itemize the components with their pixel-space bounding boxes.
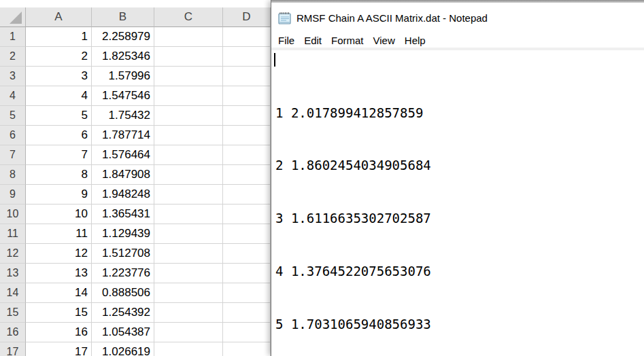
cell-d10[interactable] <box>223 204 271 224</box>
cell-b17[interactable]: 1.026619 <box>92 342 154 356</box>
cell-a1[interactable]: 1 <box>26 27 92 47</box>
cell-c13[interactable] <box>154 264 223 283</box>
cell-c16[interactable] <box>154 323 223 342</box>
row-header-5[interactable]: 5 <box>0 106 26 126</box>
cell-b10[interactable]: 1.365431 <box>92 204 154 224</box>
column-header-a[interactable]: A <box>26 7 92 27</box>
row-header-2[interactable]: 2 <box>0 47 26 67</box>
cell-c3[interactable] <box>154 67 223 86</box>
cell-c9[interactable] <box>154 185 223 204</box>
row-header-16[interactable]: 16 <box>0 323 26 342</box>
spreadsheet: A B C D 112.258979 221.825346 331.57996 … <box>0 0 286 356</box>
menu-file[interactable]: File <box>273 33 299 48</box>
cell-d1[interactable] <box>223 27 271 47</box>
cell-b1[interactable]: 2.258979 <box>92 27 154 47</box>
cell-b7[interactable]: 1.576464 <box>92 145 154 165</box>
notepad-titlebar[interactable]: RMSF Chain A ASCII Matrix.dat - Notepad <box>271 3 644 33</box>
column-header-d[interactable]: D <box>223 7 271 27</box>
row-header-4[interactable]: 4 <box>0 86 26 106</box>
cell-c11[interactable] <box>154 224 223 244</box>
cell-c7[interactable] <box>154 145 223 165</box>
sheet-row: 11111.129439 <box>0 224 286 244</box>
row-header-13[interactable]: 13 <box>0 264 26 283</box>
cell-a16[interactable]: 16 <box>26 323 92 342</box>
cell-a12[interactable]: 12 <box>26 244 92 264</box>
cell-d9[interactable] <box>223 185 271 204</box>
row-header-14[interactable]: 14 <box>0 283 26 303</box>
cell-a11[interactable]: 11 <box>26 224 92 244</box>
cell-a7[interactable]: 7 <box>26 145 92 165</box>
cell-d14[interactable] <box>223 283 271 303</box>
cell-d15[interactable] <box>223 303 271 323</box>
cell-c8[interactable] <box>154 165 223 185</box>
cell-d6[interactable] <box>223 126 271 145</box>
row-header-6[interactable]: 6 <box>0 126 26 145</box>
row-header-12[interactable]: 12 <box>0 244 26 264</box>
select-all-button[interactable] <box>0 7 26 27</box>
row-header-11[interactable]: 11 <box>0 224 26 244</box>
cell-b3[interactable]: 1.57996 <box>92 67 154 86</box>
row-header-7[interactable]: 7 <box>0 145 26 165</box>
cell-d7[interactable] <box>223 145 271 165</box>
cell-b14[interactable]: 0.888506 <box>92 283 154 303</box>
row-header-8[interactable]: 8 <box>0 165 26 185</box>
cell-c14[interactable] <box>154 283 223 303</box>
cell-c1[interactable] <box>154 27 223 47</box>
cell-c15[interactable] <box>154 303 223 323</box>
cell-d2[interactable] <box>223 47 271 67</box>
menu-help[interactable]: Help <box>400 33 430 48</box>
cell-a3[interactable]: 3 <box>26 67 92 86</box>
cell-b16[interactable]: 1.054387 <box>92 323 154 342</box>
notepad-window: RMSF Chain A ASCII Matrix.dat - Notepad … <box>271 0 644 356</box>
row-header-1[interactable]: 1 <box>0 27 26 47</box>
cell-c4[interactable] <box>154 86 223 106</box>
cell-b5[interactable]: 1.75432 <box>92 106 154 126</box>
cell-b11[interactable]: 1.129439 <box>92 224 154 244</box>
cell-c17[interactable] <box>154 342 223 356</box>
cell-a9[interactable]: 9 <box>26 185 92 204</box>
cell-d16[interactable] <box>223 323 271 342</box>
row-header-9[interactable]: 9 <box>0 185 26 204</box>
cell-b4[interactable]: 1.547546 <box>92 86 154 106</box>
row-header-3[interactable]: 3 <box>0 67 26 86</box>
cell-b6[interactable]: 1.787714 <box>92 126 154 145</box>
cell-d17[interactable] <box>223 342 271 356</box>
cell-b12[interactable]: 1.512708 <box>92 244 154 264</box>
cell-d3[interactable] <box>223 67 271 86</box>
cell-d4[interactable] <box>223 86 271 106</box>
row-header-10[interactable]: 10 <box>0 204 26 224</box>
cell-b9[interactable]: 1.948248 <box>92 185 154 204</box>
menu-view[interactable]: View <box>369 33 400 48</box>
menu-edit[interactable]: Edit <box>299 33 326 48</box>
row-header-17[interactable]: 17 <box>0 342 26 356</box>
notepad-text-area[interactable]: 1 2.017899412857859 2 1.8602454034905684… <box>271 50 644 356</box>
column-header-c[interactable]: C <box>154 7 223 27</box>
cell-b8[interactable]: 1.847908 <box>92 165 154 185</box>
cell-d13[interactable] <box>223 264 271 283</box>
cell-a6[interactable]: 6 <box>26 126 92 145</box>
cell-d8[interactable] <box>223 165 271 185</box>
cell-c2[interactable] <box>154 47 223 67</box>
cell-a14[interactable]: 14 <box>26 283 92 303</box>
cell-a10[interactable]: 10 <box>26 204 92 224</box>
cell-b13[interactable]: 1.223776 <box>92 264 154 283</box>
cell-d12[interactable] <box>223 244 271 264</box>
menu-format[interactable]: Format <box>326 33 369 48</box>
cell-c5[interactable] <box>154 106 223 126</box>
cell-b15[interactable]: 1.254392 <box>92 303 154 323</box>
cell-d11[interactable] <box>223 224 271 244</box>
cell-a13[interactable]: 13 <box>26 264 92 283</box>
cell-a4[interactable]: 4 <box>26 86 92 106</box>
cell-b2[interactable]: 1.825346 <box>92 47 154 67</box>
cell-d5[interactable] <box>223 106 271 126</box>
cell-a5[interactable]: 5 <box>26 106 92 126</box>
cell-a15[interactable]: 15 <box>26 303 92 323</box>
cell-c10[interactable] <box>154 204 223 224</box>
column-header-b[interactable]: B <box>92 7 154 27</box>
cell-a8[interactable]: 8 <box>26 165 92 185</box>
cell-a2[interactable]: 2 <box>26 47 92 67</box>
cell-a17[interactable]: 17 <box>26 342 92 356</box>
row-header-15[interactable]: 15 <box>0 303 26 323</box>
cell-c6[interactable] <box>154 126 223 145</box>
cell-c12[interactable] <box>154 244 223 264</box>
